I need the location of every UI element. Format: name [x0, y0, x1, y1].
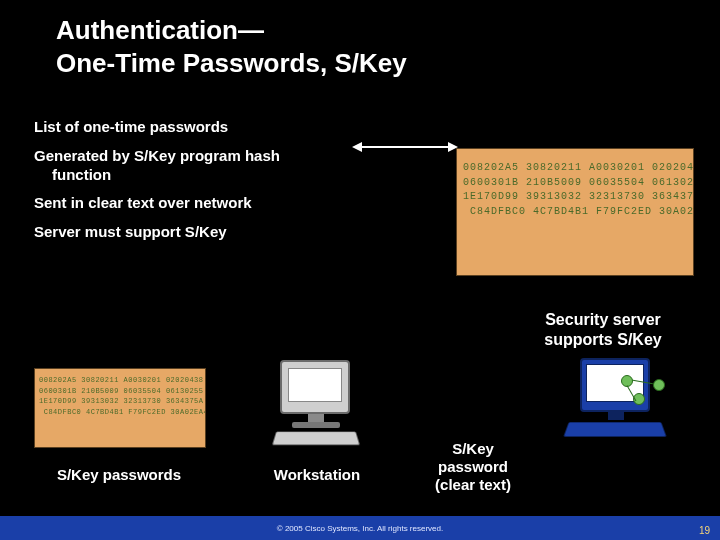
security-label-line2: supports S/Key	[544, 331, 661, 348]
caption-clear-l1: S/Key	[452, 440, 494, 457]
page-number: 19	[699, 525, 710, 536]
bullet-4: Server must support S/Key	[34, 223, 424, 242]
caption-clear-l2: password	[438, 458, 508, 475]
server-base	[563, 422, 667, 437]
footer-bar: © 2005 Cisco Systems, Inc. All rights re…	[0, 516, 720, 540]
keyboard-icon	[272, 431, 360, 445]
caption-workstation: Workstation	[262, 466, 372, 484]
monitor-stand	[308, 414, 324, 422]
bullet-2a: Generated by S/Key program hash	[34, 147, 280, 164]
bullet-2b: function	[34, 166, 424, 185]
arrow-icon	[355, 146, 455, 148]
caption-passwords: S/Key passwords	[44, 466, 194, 484]
node-icon	[633, 393, 645, 405]
slide-title: Authentication— One-Time Passwords, S/Ke…	[56, 14, 600, 79]
security-label-line1: Security server	[545, 311, 661, 328]
server-stand	[608, 412, 624, 420]
server-icon	[560, 358, 670, 452]
monitor-base	[292, 422, 340, 428]
node-icon	[653, 379, 665, 391]
bullet-1: List of one-time passwords	[34, 118, 424, 137]
caption-clear-l3: (clear text)	[435, 476, 511, 493]
slide: Authentication— One-Time Passwords, S/Ke…	[0, 0, 720, 540]
node-icon	[621, 375, 633, 387]
title-block: Authentication— One-Time Passwords, S/Ke…	[0, 0, 720, 98]
title-underline	[56, 85, 600, 88]
server-screen	[586, 364, 644, 402]
copyright-text: © 2005 Cisco Systems, Inc. All rights re…	[277, 524, 443, 533]
monitor-icon	[280, 360, 350, 414]
caption-cleartext: S/Key password (clear text)	[408, 440, 538, 494]
security-server-label: Security server supports S/Key	[508, 310, 698, 350]
title-line-1: Authentication—	[56, 15, 264, 45]
bullet-3: Sent in clear text over network	[34, 194, 424, 213]
workstation-icon	[268, 360, 364, 452]
bullet-2: Generated by S/Key program hash function	[34, 147, 424, 185]
network-icon	[619, 375, 665, 405]
hex-card-small: 008202A5 30820211 A0030201 02020438 0600…	[34, 368, 206, 448]
hex-card-large: 008202A5 30820211 A0030201 02020438 0600…	[456, 148, 694, 276]
bullet-list: List of one-time passwords Generated by …	[34, 118, 424, 242]
corner-decoration	[640, 0, 720, 70]
title-line-2: One-Time Passwords, S/Key	[56, 48, 407, 78]
